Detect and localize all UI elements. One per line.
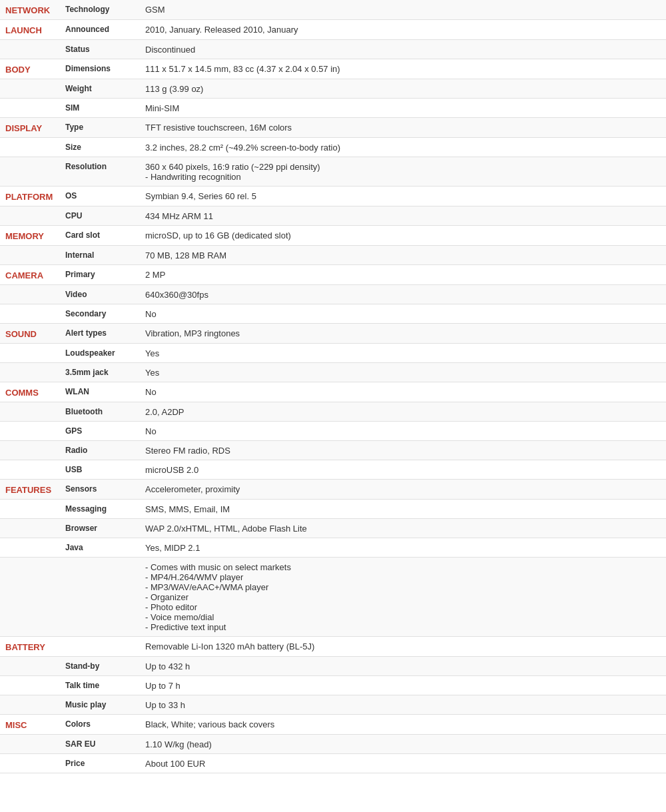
- category-cell: [0, 422, 60, 441]
- label-cell: SIM: [60, 99, 140, 118]
- category-cell: [0, 402, 60, 422]
- value-cell: WAP 2.0/xHTML, HTML, Adobe Flash Lite: [140, 519, 666, 538]
- category-cell: LAUNCH: [0, 20, 60, 40]
- label-cell: Technology: [60, 0, 140, 20]
- label-cell: Weight: [60, 79, 140, 99]
- category-cell: BATTERY: [0, 637, 60, 657]
- label-cell: Messaging: [60, 500, 140, 519]
- category-cell: [0, 460, 60, 480]
- label-cell: Card slot: [60, 226, 140, 246]
- label-cell: Type: [60, 118, 140, 138]
- label-cell: Sensors: [60, 480, 140, 500]
- table-row: CPU434 MHz ARM 11: [0, 206, 666, 226]
- table-row: BATTERYRemovable Li-Ion 1320 mAh battery…: [0, 637, 666, 657]
- value-cell: About 100 EUR: [140, 754, 666, 773]
- label-cell: CPU: [60, 206, 140, 226]
- value-cell: Black, White; various back covers: [140, 715, 666, 735]
- value-cell: 640x360@30fps: [140, 285, 666, 304]
- category-cell: MISC: [0, 715, 60, 735]
- category-cell: [0, 344, 60, 363]
- value-cell: Up to 33 h: [140, 695, 666, 715]
- label-cell: [60, 558, 140, 637]
- table-row: Music playUp to 33 h: [0, 695, 666, 715]
- value-cell: Up to 7 h: [140, 676, 666, 695]
- value-cell: No: [140, 304, 666, 324]
- value-cell: microUSB 2.0: [140, 460, 666, 480]
- category-cell: [0, 676, 60, 695]
- value-cell: Stereo FM radio, RDS: [140, 441, 666, 460]
- category-cell: [0, 657, 60, 676]
- table-row: Bluetooth2.0, A2DP: [0, 402, 666, 422]
- label-cell: Price: [60, 754, 140, 773]
- table-row: Size3.2 inches, 28.2 cm² (~49.2% screen-…: [0, 138, 666, 157]
- value-cell: Discontinued: [140, 40, 666, 59]
- table-row: LAUNCHAnnounced2010, January. Released 2…: [0, 20, 666, 40]
- table-row: Weight113 g (3.99 oz): [0, 79, 666, 99]
- value-cell: 1.10 W/kg (head): [140, 735, 666, 754]
- label-cell: Alert types: [60, 324, 140, 344]
- table-row: JavaYes, MIDP 2.1: [0, 538, 666, 558]
- label-cell: Primary: [60, 265, 140, 285]
- value-cell: Yes, MIDP 2.1: [140, 538, 666, 558]
- table-row: 3.5mm jackYes: [0, 363, 666, 382]
- value-cell: TFT resistive touchscreen, 16M colors: [140, 118, 666, 138]
- table-row: PriceAbout 100 EUR: [0, 754, 666, 773]
- category-cell: [0, 695, 60, 715]
- label-cell: Size: [60, 138, 140, 157]
- value-cell: Mini-SIM: [140, 99, 666, 118]
- category-cell: [0, 99, 60, 118]
- category-cell: [0, 304, 60, 324]
- category-cell: [0, 40, 60, 59]
- label-cell: Status: [60, 40, 140, 59]
- label-cell: Radio: [60, 441, 140, 460]
- table-row: MISCColorsBlack, White; various back cov…: [0, 715, 666, 735]
- label-cell: WLAN: [60, 382, 140, 402]
- table-row: PLATFORMOSSymbian 9.4, Series 60 rel. 5: [0, 187, 666, 206]
- category-cell: FEATURES: [0, 480, 60, 500]
- category-cell: BODY: [0, 59, 60, 79]
- table-row: MessagingSMS, MMS, Email, IM: [0, 500, 666, 519]
- table-row: RadioStereo FM radio, RDS: [0, 441, 666, 460]
- category-cell: SOUND: [0, 324, 60, 344]
- category-cell: [0, 735, 60, 754]
- value-cell: - Comes with music on select markets- MP…: [140, 558, 666, 637]
- label-cell: Resolution: [60, 157, 140, 187]
- table-row: Resolution360 x 640 pixels, 16:9 ratio (…: [0, 157, 666, 187]
- label-cell: Announced: [60, 20, 140, 40]
- category-cell: [0, 157, 60, 187]
- label-cell: Talk time: [60, 676, 140, 695]
- value-cell: Yes: [140, 363, 666, 382]
- category-cell: MEMORY: [0, 226, 60, 246]
- table-row: NETWORKTechnologyGSM: [0, 0, 666, 20]
- value-cell: 2.0, A2DP: [140, 402, 666, 422]
- table-row: BrowserWAP 2.0/xHTML, HTML, Adobe Flash …: [0, 519, 666, 538]
- category-cell: [0, 519, 60, 538]
- table-row: SecondaryNo: [0, 304, 666, 324]
- table-row: - Comes with music on select markets- MP…: [0, 558, 666, 637]
- value-cell: 3.2 inches, 28.2 cm² (~49.2% screen-to-b…: [140, 138, 666, 157]
- table-row: BODYDimensions111 x 51.7 x 14.5 mm, 83 c…: [0, 59, 666, 79]
- category-cell: PLATFORM: [0, 187, 60, 206]
- value-cell: Yes: [140, 344, 666, 363]
- table-row: Internal70 MB, 128 MB RAM: [0, 246, 666, 265]
- label-cell: Dimensions: [60, 59, 140, 79]
- value-cell: 2010, January. Released 2010, January: [140, 20, 666, 40]
- label-cell: Bluetooth: [60, 402, 140, 422]
- category-cell: [0, 246, 60, 265]
- value-cell: GSM: [140, 0, 666, 20]
- label-cell: Loudspeaker: [60, 344, 140, 363]
- label-cell: USB: [60, 460, 140, 480]
- label-cell: Stand-by: [60, 657, 140, 676]
- label-cell: Browser: [60, 519, 140, 538]
- table-row: StatusDiscontinued: [0, 40, 666, 59]
- label-cell: SAR EU: [60, 735, 140, 754]
- label-cell: [60, 637, 140, 657]
- value-cell: 70 MB, 128 MB RAM: [140, 246, 666, 265]
- category-cell: [0, 285, 60, 304]
- category-cell: [0, 538, 60, 558]
- table-row: COMMSWLANNo: [0, 382, 666, 402]
- table-row: CAMERAPrimary2 MP: [0, 265, 666, 285]
- value-cell: 434 MHz ARM 11: [140, 206, 666, 226]
- label-cell: Video: [60, 285, 140, 304]
- category-cell: [0, 363, 60, 382]
